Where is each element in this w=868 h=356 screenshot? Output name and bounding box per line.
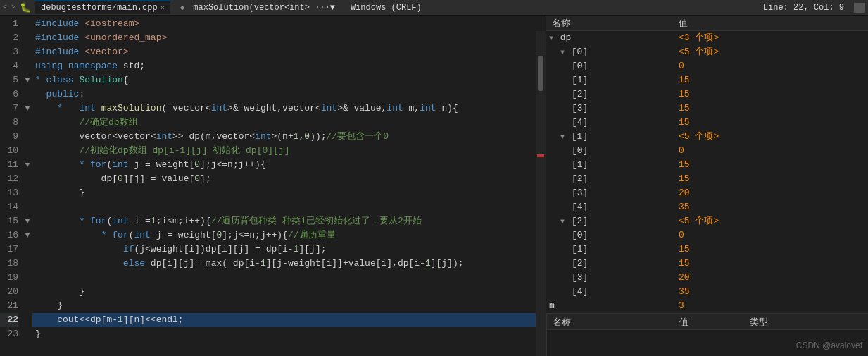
watch-row-dp-0-2[interactable]: [2] 15 <box>546 87 868 102</box>
code-area: 1 2 3 4 5 6 7 8 9 10 11 12 13 14 15 16 1… <box>0 16 546 356</box>
watch-val-dp: <3 个项> <box>673 31 868 45</box>
watch-val-dp-2-0: 0 <box>673 228 868 243</box>
watch-val-dp-1-0: 0 <box>673 144 868 158</box>
watch-row-dp-0-4[interactable]: [4] 15 <box>546 116 868 130</box>
title-encoding: Windows (CRLF) <box>351 3 422 13</box>
watch-val-dp-0-1: 15 <box>673 73 868 87</box>
vars-col-val: 值 <box>674 316 744 329</box>
watch-val-dp-1-2: 15 <box>673 172 868 186</box>
code-line-9: vector<vector<int>> dp(m,vector<int>(n+1… <box>32 130 546 144</box>
code-line-20: } <box>32 285 546 299</box>
watch-row-dp-1-0[interactable]: [0] 0 <box>546 144 868 158</box>
watch-row-dp-0-3[interactable]: [3] 15 <box>546 102 868 116</box>
watch-panel: 名称 值 ▼ dp <3 个项> ▼ [0] <5 个项> [0] 0 <box>546 16 868 356</box>
watch-row-dp[interactable]: ▼ dp <3 个项> <box>546 31 868 45</box>
title-filename: debugtestforme/main.cpp ✕ <box>35 1 170 14</box>
watch-name-dp-2: ▼ [2] <box>546 214 673 229</box>
vertical-scrollbar[interactable] <box>536 31 546 356</box>
watch-name-dp-2-0: [0] <box>546 228 673 243</box>
watch-row-dp-1-3[interactable]: [3] 20 <box>546 186 868 200</box>
watch-name-dp-1: ▼ [1] <box>546 130 673 145</box>
code-line-1: #include <iostream> <box>32 17 546 31</box>
title-close[interactable]: ✕ <box>161 4 165 12</box>
watch-row-dp-2[interactable]: ▼ [2] <5 个项> <box>546 214 868 228</box>
watch-name-dp-2-2: [2] <box>546 257 673 271</box>
code-line-4: using namespace std; <box>32 59 546 73</box>
line-numbers: 1 2 3 4 5 6 7 8 9 10 11 12 13 14 15 16 1… <box>0 16 23 356</box>
code-line-21: } <box>32 299 546 313</box>
code-line-3: #include <vector> <box>32 45 546 59</box>
watch-val-m: 3 <box>673 299 868 313</box>
code-line-18: else dp[i][j]= max( dp[i-1][j-weight[i]]… <box>32 257 546 271</box>
code-line-5: * class Solution{ <box>32 73 546 87</box>
scroll-marker <box>537 154 544 157</box>
watch-name-m: m <box>546 299 673 313</box>
watch-name-dp-0-4: [4] <box>546 116 673 130</box>
main-area: 1 2 3 4 5 6 7 8 9 10 11 12 13 14 15 16 1… <box>0 16 868 356</box>
code-line-13: } <box>32 186 546 200</box>
code-line-23: } <box>32 327 546 341</box>
watch-val-dp-0-4: 15 <box>673 116 868 130</box>
title-line-col: Line: 22, Col: 9 <box>763 3 844 13</box>
watch-val-dp-2-1: 15 <box>673 243 868 257</box>
watch-name-dp-2-4: [4] <box>546 285 673 299</box>
mini-icon[interactable] <box>854 3 865 13</box>
watch-col-name: 名称 <box>546 17 673 30</box>
watch-content[interactable]: ▼ dp <3 个项> ▼ [0] <5 个项> [0] 0 [1] 15 [2… <box>546 31 868 313</box>
fold-gutter: ▼ ▼ ▼ ▼ ▼ <box>23 16 32 356</box>
code-line-15: * for(int i =1;i<m;i++){//遍历背包种类 种类1已经初始… <box>32 214 546 228</box>
vars-col-type: 类型 <box>744 316 868 329</box>
title-hash: ◆ <box>180 3 185 12</box>
watch-val-dp-0: <5 个项> <box>673 45 868 59</box>
watch-row-m[interactable]: m 3 <box>546 299 868 313</box>
watch-row-dp-1-4[interactable]: [4] 35 <box>546 200 868 214</box>
watch-val-dp-2-3: 20 <box>673 271 868 285</box>
watch-name-dp-1-0: [0] <box>546 144 673 158</box>
watch-val-dp-0-2: 15 <box>673 87 868 102</box>
watch-row-dp-0-1[interactable]: [1] 15 <box>546 73 868 87</box>
watch-name-dp-0-0: [0] <box>546 59 673 73</box>
nav-arrows[interactable]: < > <box>3 4 15 11</box>
watch-val-dp-2-2: 15 <box>673 257 868 271</box>
watch-val-dp-0-0: 0 <box>673 59 868 73</box>
code-line-11: * for(int j = weight[0];j<=n;j++){ <box>32 158 546 172</box>
watch-row-dp-1-2[interactable]: [2] 15 <box>546 172 868 186</box>
code-content[interactable]: #include <iostream> #include <unordered_… <box>32 16 546 356</box>
code-line-19 <box>32 271 546 285</box>
watch-name-dp-2-1: [1] <box>546 243 673 257</box>
watch-val-dp-0-3: 15 <box>673 102 868 116</box>
watch-val-dp-1-1: 15 <box>673 158 868 172</box>
watch-row-dp-0[interactable]: ▼ [0] <5 个项> <box>546 45 868 59</box>
watch-row-dp-2-0[interactable]: [0] 0 <box>546 228 868 243</box>
watch-val-dp-2: <5 个项> <box>673 214 868 228</box>
code-line-8: //确定dp数组 <box>32 116 546 130</box>
title-bar: < > 🐛 debugtestforme/main.cpp ✕ ◆ maxSol… <box>0 0 868 16</box>
code-line-7: * int maxSolution( vector<int>& weight,v… <box>32 102 546 116</box>
code-editor: 1 2 3 4 5 6 7 8 9 10 11 12 13 14 15 16 1… <box>0 16 546 356</box>
watch-row-dp-2-4[interactable]: [4] 35 <box>546 285 868 299</box>
code-line-6: public: <box>32 87 546 102</box>
code-line-12: dp[0][j] = value[0]; <box>32 172 546 186</box>
debug-icon: 🐛 <box>20 2 31 13</box>
code-line-16: * for(int j = weight[0];j<=n;j++){//遍历重量 <box>32 228 546 243</box>
watch-row-dp-2-1[interactable]: [1] 15 <box>546 243 868 257</box>
watch-row-dp-1[interactable]: ▼ [1] <5 个项> <box>546 130 868 144</box>
code-line-14 <box>32 200 546 214</box>
vars-header: 名称 值 类型 <box>547 314 868 330</box>
title-func: maxSolution(vector<int> ···▼ <box>193 3 335 13</box>
watch-row-dp-1-1[interactable]: [1] 15 <box>546 158 868 172</box>
code-line-17: if(j<weight[i])dp[i][j] = dp[i-1][j]; <box>32 243 546 257</box>
watch-val-dp-1-4: 35 <box>673 200 868 214</box>
watch-name-dp-1-2: [2] <box>546 172 673 186</box>
watch-name-dp-0: ▼ [0] <box>546 45 673 60</box>
code-line-22: ▶ cout<<dp[m-1][n]<<endl; <box>32 313 546 327</box>
watch-val-dp-2-4: 35 <box>673 285 868 299</box>
watch-col-val: 值 <box>673 17 868 30</box>
vars-col-name: 名称 <box>547 316 674 329</box>
watch-row-dp-2-3[interactable]: [3] 20 <box>546 271 868 285</box>
watch-val-dp-1-3: 20 <box>673 186 868 200</box>
watch-row-dp-2-2[interactable]: [2] 15 <box>546 257 868 271</box>
watch-name-dp-1-1: [1] <box>546 158 673 172</box>
watch-row-dp-0-0[interactable]: [0] 0 <box>546 59 868 73</box>
code-line-2: #include <unordered_map> <box>32 31 546 45</box>
